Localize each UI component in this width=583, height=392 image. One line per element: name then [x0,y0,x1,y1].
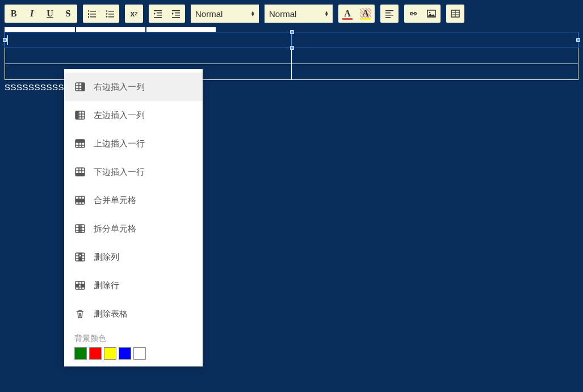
superscript-base: x [131,9,135,18]
text-color-letter: A [344,9,351,19]
color-swatch[interactable] [74,347,87,360]
svg-rect-7 [82,83,85,91]
menu-item-label: 右边插入一列 [94,82,145,92]
menu-item-label: 左边插入一列 [94,110,145,121]
ruler [5,27,583,32]
table-split-icon [74,223,86,234]
svg-rect-15 [76,199,85,202]
menu-item-label: 删除列 [94,252,119,263]
table-cell[interactable] [5,48,292,64]
highlight-color-button[interactable]: A [356,5,375,23]
size-select[interactable]: Normal ▴▾ [265,5,333,23]
heading-select-label: Normal [195,9,223,19]
table-merge-icon [74,195,86,206]
resize-handle[interactable] [290,46,294,50]
table-col-left-icon [74,109,86,121]
link-button[interactable] [404,5,422,23]
link-icon [408,9,418,19]
menu-item-label: 下边插入一行 [94,167,145,178]
svg-rect-18 [79,253,82,261]
list-group [83,5,119,23]
svg-point-2 [106,16,108,18]
ordered-list-button[interactable] [83,5,101,23]
trash-icon [74,308,86,319]
ordered-list-icon [87,9,97,19]
table-cell[interactable] [292,64,578,80]
menu-item-insert-row-below[interactable]: 下边插入一行 [64,158,203,186]
svg-rect-9 [76,111,78,119]
menu-item-label: 拆分单元格 [94,224,136,234]
menu-item-label: 上边插入一行 [94,138,145,149]
align-icon [384,9,395,19]
menu-item-delete-table[interactable]: 删除表格 [64,300,203,328]
select-arrows-icon: ▴▾ [251,11,254,16]
table-row[interactable] [5,48,578,64]
color-swatch[interactable] [133,347,146,360]
insert-group [404,5,441,23]
indent-icon [171,9,181,19]
color-swatch[interactable] [119,347,131,360]
strike-button[interactable]: S [59,5,77,23]
menu-item-split-cells[interactable]: 拆分单元格 [64,214,203,243]
superscript-button[interactable]: x2 [125,5,143,23]
menu-item-delete-col[interactable]: 删除列 [64,243,203,271]
table-button[interactable] [446,5,464,23]
text-color-indicator [342,18,353,20]
menu-item-label: 删除表格 [94,309,128,319]
color-swatches [64,347,203,360]
superscript-exp: 2 [135,11,137,16]
resize-handle[interactable] [576,38,580,42]
heading-select[interactable]: Normal ▴▾ [191,5,259,23]
table-icon [450,9,460,19]
text-cursor [7,35,8,45]
menu-item-insert-col-right[interactable]: 右边插入一列 [64,73,203,101]
unordered-list-icon [105,9,115,19]
color-swatch[interactable] [89,347,102,360]
indent-group [149,5,185,23]
toolbar: B I U S x2 Normal ▴▾ Normal ▴▾ A [0,0,583,27]
svg-rect-11 [76,140,85,142]
menu-item-insert-row-above[interactable]: 上边插入一行 [64,129,203,158]
table-del-col-icon [74,251,86,263]
menu-item-merge-cells[interactable]: 合并单元格 [64,186,203,214]
ruler-segment [76,27,145,32]
svg-point-0 [106,10,108,12]
table-group [446,5,464,23]
image-icon [426,9,437,19]
outdent-button[interactable] [149,5,167,23]
menu-item-delete-row[interactable]: 删除行 [64,271,203,300]
image-button[interactable] [422,5,441,23]
color-group: A A [338,5,375,23]
table-cell[interactable] [292,48,578,64]
size-select-label: Normal [269,9,296,19]
script-group: x2 [125,5,143,23]
color-swatch[interactable] [104,347,116,360]
highlight-letter: A [362,9,369,19]
menu-item-label: 删除行 [94,280,119,291]
table-context-menu: 右边插入一列左边插入一列上边插入一行下边插入一行合并单元格拆分单元格删除列删除行… [64,69,203,366]
svg-point-1 [106,13,108,15]
svg-rect-13 [76,173,85,176]
text-color-button[interactable]: A [338,5,356,23]
align-group [380,5,399,23]
indent-button[interactable] [167,5,185,23]
resize-handle[interactable] [3,38,7,42]
table-cell[interactable] [292,32,578,48]
table-row-above-icon [74,138,86,149]
ruler-segment [5,27,75,32]
menu-item-label: 合并单元格 [94,195,136,206]
bg-color-label: 背景颜色 [64,328,203,347]
table-row-below-icon [74,166,86,178]
table-col-right-icon [74,81,86,92]
align-button[interactable] [380,5,399,23]
underline-button[interactable]: U [41,5,59,23]
outdent-icon [153,9,163,19]
ruler-segment [146,27,216,32]
bold-button[interactable]: B [5,5,23,23]
italic-button[interactable]: I [23,5,41,23]
format-group: B I U S [5,5,77,23]
unordered-list-button[interactable] [101,5,119,23]
table-cell[interactable] [5,32,292,48]
resize-handle[interactable] [290,30,294,34]
menu-item-insert-col-left[interactable]: 左边插入一列 [64,101,203,129]
